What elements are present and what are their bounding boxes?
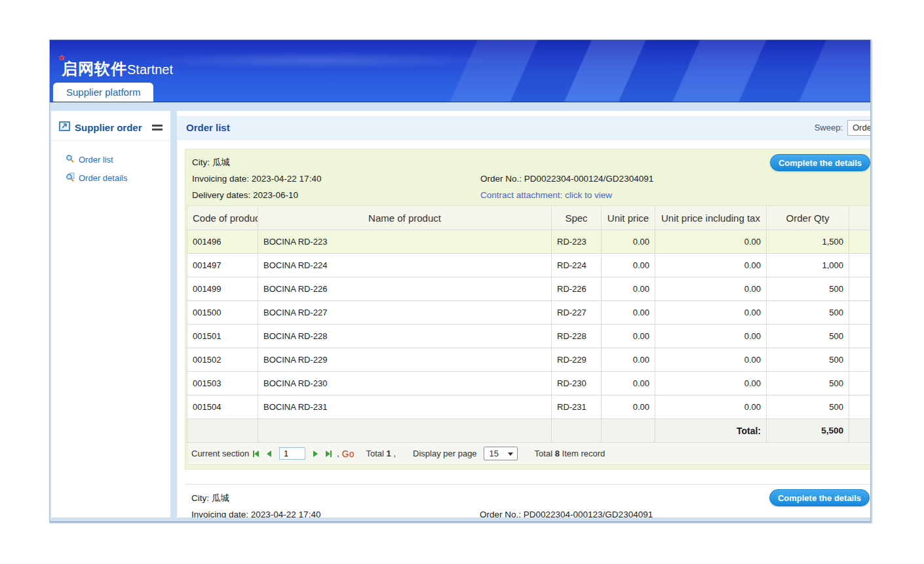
cell-unit-price-tax: 0.00: [655, 230, 767, 254]
magnifier-icon: [66, 154, 75, 165]
cell-order-qty: 500: [767, 325, 849, 348]
cell-name: BOCINA RD-229: [258, 348, 552, 372]
order-card-1: City: 瓜城 Invoicing date: 2023-04-22 17:4…: [185, 149, 870, 470]
cell-code: 001497: [187, 254, 258, 277]
app-window: ★启网软件Startnet Supplier platform Supplier…: [49, 39, 872, 523]
cell-order-qty: 1,500: [767, 230, 849, 254]
cell-code: 001502: [187, 348, 258, 372]
col-header-spec: Spec: [552, 206, 602, 230]
sidebar-item-order-list[interactable]: Order list: [66, 150, 170, 169]
cell-unit-price: 0.00: [602, 395, 655, 419]
cell-unit-price-tax: 0.00: [655, 348, 767, 372]
sidebar-header: Supplier order: [51, 121, 170, 141]
table-row[interactable]: 001499 BOCINA RD-226 RD-226 0.00 0.00 50…: [187, 277, 871, 301]
pagination-comma: ,: [337, 449, 339, 458]
cell-code: 001504: [187, 395, 258, 419]
cell-code: 001501: [187, 325, 258, 348]
tab-supplier-platform[interactable]: Supplier platform: [53, 83, 153, 102]
cell-extra: [849, 395, 871, 419]
order1-city: City: 瓜城: [192, 154, 480, 171]
brand-logo: ★启网软件Startnet: [62, 58, 173, 79]
table-row[interactable]: 001502 BOCINA RD-229 RD-229 0.00 0.00 50…: [187, 348, 871, 372]
chevron-down-icon: [508, 453, 513, 456]
sidebar-title: Supplier order: [75, 122, 147, 133]
go-button[interactable]: Go: [342, 449, 355, 459]
order1-invoicing-date: Invoicing date: 2023-04-22 17:40: [192, 171, 480, 187]
app-header: ★启网软件Startnet Supplier platform: [50, 40, 870, 102]
cell-spec: RD-224: [552, 254, 602, 277]
col-header-unit-price-tax: Unit price including tax: [655, 206, 767, 230]
order-cards: City: 瓜城 Invoicing date: 2023-04-22 17:4…: [177, 140, 870, 517]
cell-extra: [849, 230, 871, 254]
order-table-body: 001496 BOCINA RD-223 RD-223 0.00 0.00 1,…: [187, 230, 871, 419]
logo-text-en: Startnet: [127, 62, 173, 77]
cell-spec: RD-227: [552, 301, 602, 325]
page-title: Order list: [186, 122, 230, 133]
table-row[interactable]: 001503 BOCINA RD-230 RD-230 0.00 0.00 50…: [187, 372, 871, 395]
cell-unit-price-tax: 0.00: [655, 395, 767, 419]
cell-unit-price: 0.00: [602, 372, 655, 395]
cell-spec: RD-223: [552, 230, 602, 254]
main-panel: Order list Sweep: Orde City: 瓜城 Invoicin…: [177, 111, 870, 517]
total-qty: 5,500: [767, 419, 849, 443]
magnifier-document-icon: [66, 172, 75, 184]
page-number-input[interactable]: [279, 447, 305, 460]
table-row[interactable]: 001500 BOCINA RD-227 RD-227 0.00 0.00 50…: [187, 301, 871, 325]
pagination-total-pages: Total 1 ,: [366, 449, 396, 458]
order-items-table: Code of produc Name of product Spec Unit…: [187, 205, 870, 443]
cell-unit-price: 0.00: [602, 348, 655, 372]
order1-contract-attachment-link[interactable]: Contract attachment: click to view: [480, 187, 612, 203]
cell-unit-price-tax: 0.00: [655, 325, 767, 348]
col-header-order-qty: Order Qty: [767, 206, 849, 230]
cell-unit-price-tax: 0.00: [655, 277, 767, 301]
menu-collapse-icon[interactable]: [152, 123, 163, 132]
order2-invoicing-date: Invoicing date: 2023-04-22 17:40: [191, 506, 480, 517]
cell-code: 001500: [187, 301, 258, 325]
cell-unit-price: 0.00: [602, 301, 655, 325]
order2-info: City: 瓜城 Invoicing date: 2023-04-22 17:4…: [185, 485, 870, 517]
page-size-select[interactable]: 15: [484, 447, 518, 460]
next-page-icon[interactable]: [313, 451, 318, 457]
cell-extra: [849, 325, 871, 348]
cell-spec: RD-229: [552, 348, 602, 372]
cell-order-qty: 500: [767, 395, 849, 419]
cell-spec: RD-226: [552, 277, 602, 301]
sweep-control: Sweep: Orde: [815, 120, 870, 136]
last-page-icon[interactable]: [326, 451, 332, 457]
cell-extra: [849, 372, 871, 395]
sidebar-item-label: Order list: [79, 155, 113, 165]
cell-code: 001499: [187, 277, 258, 301]
cell-name: BOCINA RD-227: [258, 301, 552, 325]
first-page-icon[interactable]: [253, 451, 259, 457]
pagination-section-label: Current section: [191, 449, 249, 458]
cell-extra: [849, 301, 871, 325]
table-row[interactable]: 001501 BOCINA RD-228 RD-228 0.00 0.00 50…: [187, 325, 871, 348]
cell-unit-price: 0.00: [602, 254, 655, 277]
complete-details-button-1[interactable]: Complete the details: [770, 154, 870, 171]
table-total-row: Total: 5,500: [187, 419, 871, 443]
header-sheen-decoration: [132, 52, 501, 69]
total-label: Total:: [655, 419, 767, 443]
col-header-name: Name of product: [258, 206, 552, 230]
cell-spec: RD-230: [552, 372, 602, 395]
cell-unit-price-tax: 0.00: [655, 254, 767, 277]
sweep-select[interactable]: Orde: [847, 120, 870, 136]
order1-order-no: Order No.: PD0022304-000124/GD2304091: [480, 171, 653, 187]
page-title-bar: Order list Sweep: Orde: [177, 116, 870, 140]
display-per-page-label: Display per page: [413, 449, 477, 458]
prev-page-icon[interactable]: [267, 451, 271, 457]
table-row[interactable]: 001504 BOCINA RD-231 RD-231 0.00 0.00 50…: [187, 395, 871, 419]
pagination-bar: Current section , Go Total 1 , Display p…: [187, 443, 870, 465]
sidebar-items: Order list Order details: [51, 141, 170, 187]
sweep-label: Sweep:: [815, 123, 843, 132]
sidebar-item-order-details[interactable]: Order details: [66, 169, 170, 187]
table-row[interactable]: 001497 BOCINA RD-224 RD-224 0.00 0.00 1,…: [187, 254, 871, 277]
total-records-label: Total 8 Item record: [535, 449, 606, 458]
logo-star-icon: ★: [58, 53, 66, 62]
complete-details-button-2[interactable]: Complete the details: [769, 489, 870, 506]
sidebar-item-label: Order details: [79, 173, 127, 183]
sidebar: Supplier order Order list Order details: [51, 111, 170, 517]
table-row[interactable]: 001496 BOCINA RD-223 RD-223 0.00 0.00 1,…: [187, 230, 871, 254]
order2-city: City: 瓜城: [191, 490, 480, 506]
supplier-order-icon: [59, 121, 70, 134]
